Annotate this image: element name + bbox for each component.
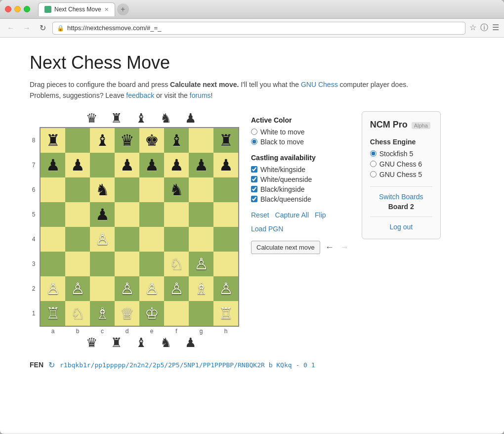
- cell-g4[interactable]: [189, 227, 213, 252]
- white-queenside-checkbox[interactable]: [251, 176, 257, 182]
- cell-g2[interactable]: ♗: [189, 276, 213, 301]
- cell-e1[interactable]: ♔: [139, 301, 164, 326]
- cell-a2[interactable]: ♙: [41, 276, 65, 301]
- feedback-link[interactable]: feedback: [126, 91, 154, 99]
- cell-h3[interactable]: [213, 252, 238, 276]
- cell-c1[interactable]: ♗: [90, 301, 115, 326]
- minimize-button[interactable]: [14, 6, 21, 12]
- cell-h2[interactable]: ♙: [213, 276, 238, 301]
- black-to-move-option[interactable]: Black to move: [251, 138, 350, 146]
- tab-close-button[interactable]: ✕: [104, 6, 109, 13]
- cell-f2[interactable]: ♙: [164, 276, 189, 301]
- cell-h4[interactable]: [213, 227, 238, 252]
- stockfish-radio[interactable]: [370, 150, 377, 157]
- prev-arrow[interactable]: ←: [324, 241, 335, 254]
- menu-icon[interactable]: ☰: [492, 23, 499, 33]
- cell-a1[interactable]: ♖: [41, 301, 65, 326]
- cell-d5[interactable]: [115, 202, 139, 227]
- cell-c3[interactable]: [90, 252, 115, 276]
- cell-a8[interactable]: ♜: [41, 128, 65, 153]
- cell-a4[interactable]: [41, 227, 65, 252]
- cell-g1[interactable]: [189, 301, 213, 326]
- cell-c2[interactable]: [90, 276, 115, 301]
- white-to-move-radio[interactable]: [251, 129, 257, 135]
- maximize-button[interactable]: [24, 6, 30, 12]
- cell-e4[interactable]: [139, 227, 164, 252]
- gnu5-option[interactable]: GNU Chess 5: [370, 171, 432, 178]
- cell-b2[interactable]: ♙: [65, 276, 90, 301]
- gnu6-option[interactable]: GNU Chess 6: [370, 160, 432, 168]
- fen-refresh-icon[interactable]: ↻: [48, 360, 55, 370]
- cell-g7[interactable]: ♟: [189, 153, 213, 177]
- black-kingside-checkbox[interactable]: [251, 186, 257, 192]
- gnu-chess-6-radio[interactable]: [370, 161, 377, 167]
- black-queenside-checkbox[interactable]: [251, 196, 257, 202]
- cell-f8[interactable]: ♝: [164, 128, 189, 153]
- forums-link[interactable]: forums: [190, 91, 211, 99]
- cell-b3[interactable]: [65, 252, 90, 276]
- cell-b1[interactable]: ♘: [65, 301, 90, 326]
- cell-d6[interactable]: [115, 177, 139, 202]
- white-kingside-checkbox[interactable]: [251, 166, 257, 173]
- cell-d7[interactable]: ♟: [115, 153, 139, 177]
- reset-link[interactable]: Reset: [251, 211, 269, 219]
- cell-f3[interactable]: ♘: [164, 252, 189, 276]
- cell-c8[interactable]: ♝: [90, 128, 115, 153]
- cell-c7[interactable]: [90, 153, 115, 177]
- cell-g6[interactable]: [189, 177, 213, 202]
- cell-f1[interactable]: [164, 301, 189, 326]
- flip-link[interactable]: Flip: [315, 211, 326, 219]
- gnu-chess-link[interactable]: GNU Chess: [301, 81, 338, 88]
- cell-d1[interactable]: ♕: [115, 301, 139, 326]
- cell-b4[interactable]: [65, 227, 90, 252]
- cell-f7[interactable]: ♟: [164, 153, 189, 177]
- cell-g3[interactable]: ♙: [189, 252, 213, 276]
- cell-a6[interactable]: [41, 177, 65, 202]
- cell-a7[interactable]: ♟: [41, 153, 65, 177]
- cell-e6[interactable]: [139, 177, 164, 202]
- cell-d4[interactable]: [115, 227, 139, 252]
- white-queenside-option[interactable]: White/queenside: [251, 175, 350, 183]
- cell-e2[interactable]: ♙: [139, 276, 164, 301]
- cell-d8[interactable]: ♛: [115, 128, 139, 153]
- cell-d3[interactable]: [115, 252, 139, 276]
- address-bar[interactable]: 🔒 https://nextchessmove.com/#_=_: [52, 22, 465, 35]
- load-pgn-link[interactable]: Load PGN: [251, 225, 350, 233]
- cell-g8[interactable]: [189, 128, 213, 153]
- gnu-chess-5-radio[interactable]: [370, 171, 377, 177]
- cell-b6[interactable]: [65, 177, 90, 202]
- cell-h5[interactable]: [213, 202, 238, 227]
- cell-h1[interactable]: ♖: [213, 301, 238, 326]
- white-kingside-option[interactable]: White/kingside: [251, 166, 350, 174]
- calculate-button[interactable]: Calculate next move: [251, 241, 320, 254]
- cell-c5[interactable]: ♟: [90, 202, 115, 227]
- cell-f4[interactable]: [164, 227, 189, 252]
- info-icon[interactable]: ⓘ: [480, 23, 488, 33]
- cell-a3[interactable]: [41, 252, 65, 276]
- cell-d2[interactable]: ♙: [115, 276, 139, 301]
- close-button[interactable]: [5, 6, 11, 12]
- black-queenside-option[interactable]: Black/queenside: [251, 195, 350, 203]
- cell-b8[interactable]: [65, 128, 90, 153]
- black-kingside-option[interactable]: Black/kingside: [251, 185, 350, 193]
- back-button[interactable]: ←: [5, 22, 17, 34]
- active-tab[interactable]: Next Chess Move ✕: [38, 2, 115, 16]
- cell-b7[interactable]: ♟: [65, 153, 90, 177]
- cell-a5[interactable]: [41, 202, 65, 227]
- capture-all-link[interactable]: Capture All: [275, 211, 309, 219]
- chess-board[interactable]: ♜♝♛♚♝♜♟♟♟♟♟♟♟♞♞♟♙♘♙♙♙♙♙♙♗♙♖♘♗♕♔♖: [40, 127, 239, 327]
- cell-e8[interactable]: ♚: [139, 128, 164, 153]
- bookmark-icon[interactable]: ☆: [469, 23, 476, 33]
- cell-e5[interactable]: [139, 202, 164, 227]
- forward-button[interactable]: →: [21, 22, 33, 34]
- stockfish-option[interactable]: Stockfish 5: [370, 150, 432, 158]
- cell-c6[interactable]: ♞: [90, 177, 115, 202]
- cell-b5[interactable]: [65, 202, 90, 227]
- reload-button[interactable]: ↻: [37, 22, 48, 34]
- white-to-move-option[interactable]: White to move: [251, 128, 350, 136]
- logout-link[interactable]: Log out: [389, 223, 413, 231]
- cell-h6[interactable]: [213, 177, 238, 202]
- switch-boards-link[interactable]: Switch Boards: [379, 193, 423, 201]
- cell-h8[interactable]: ♜: [213, 128, 238, 153]
- cell-h7[interactable]: ♟: [213, 153, 238, 177]
